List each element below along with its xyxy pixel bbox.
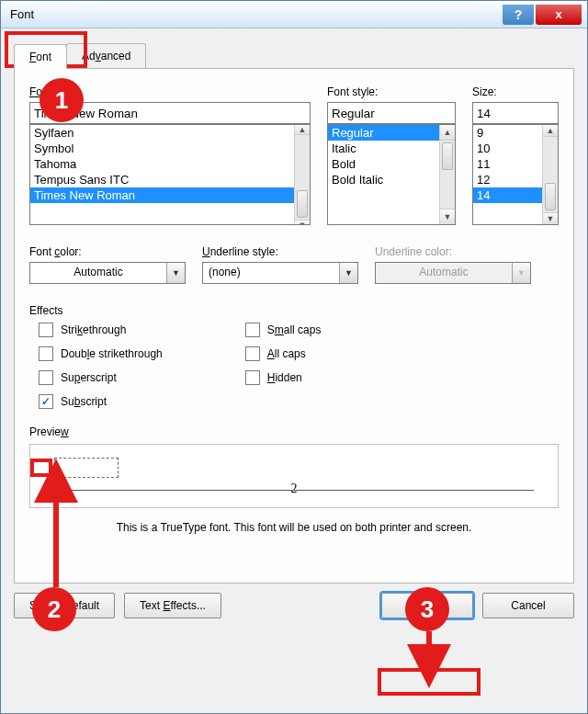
strikethrough-label: Strikethrough (61, 323, 126, 336)
list-item[interactable]: 12 (473, 172, 542, 187)
hidden-label: Hidden (267, 371, 302, 384)
superscript-label: Superscript (61, 371, 117, 384)
scroll-down-icon[interactable]: ▼ (440, 209, 455, 224)
list-item[interactable]: Times New Roman (30, 187, 294, 203)
all-caps-label: All caps (267, 347, 306, 360)
cancel-button[interactable]: Cancel (482, 593, 574, 618)
set-default-button[interactable]: Set As Default (14, 593, 115, 618)
list-item[interactable]: Sylfaen (30, 125, 294, 141)
scrollbar[interactable]: ▲ ▼ (439, 125, 455, 224)
checkbox-small-caps[interactable] (245, 323, 260, 337)
list-item[interactable]: 11 (473, 156, 542, 172)
list-item[interactable]: 9 (473, 125, 542, 141)
font-color-value: Automatic (30, 263, 166, 283)
underline-style-label: Underline style: (202, 245, 358, 258)
scroll-up-icon[interactable]: ▲ (440, 125, 455, 141)
help-button[interactable]: ? (503, 5, 534, 25)
titlebar: Font ? x (1, 1, 587, 28)
underline-color-label: Underline color: (375, 245, 531, 258)
close-button[interactable]: x (536, 5, 582, 25)
tab-advanced-label: Advanced (82, 50, 130, 62)
checkbox-double-strikethrough[interactable] (39, 346, 53, 361)
dialog-action-row: Set As Default Text Effects... OK Cancel (14, 593, 574, 618)
size-input[interactable] (472, 102, 559, 124)
list-item[interactable]: 10 (473, 141, 542, 156)
font-color-combo[interactable]: Automatic ▼ (29, 262, 186, 284)
checkbox-subscript[interactable]: ✓ (39, 394, 53, 409)
font-input[interactable] (29, 102, 311, 124)
tab-font-label: Font (29, 51, 51, 63)
annotation-box-3 (378, 668, 481, 696)
annotation-arrow-3 (418, 628, 446, 674)
checkbox-hidden[interactable] (245, 370, 260, 385)
tab-font[interactable]: Font (14, 44, 67, 69)
list-item[interactable]: Bold Italic (328, 172, 439, 187)
checkbox-superscript[interactable] (39, 370, 53, 385)
list-item[interactable]: Tempus Sans ITC (30, 172, 294, 187)
chevron-down-icon[interactable]: ▼ (166, 263, 185, 283)
font-color-label: Font color: (29, 245, 186, 258)
scrollbar[interactable]: ▲ ▼ (542, 125, 558, 224)
chevron-down-icon[interactable]: ▼ (339, 263, 357, 283)
scroll-up-icon[interactable]: ▲ (543, 125, 558, 137)
preview-box: 2 (29, 444, 559, 508)
style-label: Font style: (327, 85, 456, 98)
preview-label: Preview (29, 425, 559, 438)
tab-advanced[interactable]: Advanced (66, 43, 146, 68)
tab-strip: Font Advanced (14, 43, 574, 69)
checkbox-all-caps[interactable] (245, 346, 260, 361)
list-item[interactable]: 14 (473, 187, 542, 203)
subscript-label: Subscript (61, 395, 107, 408)
footnote: This is a TrueType font. This font will … (29, 521, 559, 534)
underline-style-combo[interactable]: (none) ▼ (202, 262, 358, 284)
list-item[interactable]: Tahoma (30, 156, 294, 172)
list-item[interactable]: Italic (328, 141, 439, 156)
scroll-down-icon[interactable]: ▼ (295, 220, 310, 225)
style-input[interactable] (327, 102, 456, 124)
effects-label: Effects (29, 304, 559, 317)
chevron-down-icon: ▼ (512, 263, 530, 283)
small-caps-label: Small caps (267, 323, 322, 336)
ok-button[interactable]: OK (381, 593, 473, 618)
list-item[interactable]: Symbol (30, 141, 294, 156)
text-effects-button[interactable]: Text Effects... (124, 593, 221, 618)
underline-color-combo: Automatic ▼ (375, 262, 531, 284)
font-dialog: Font ? x Font Advanced Font: Sylfaen (0, 0, 588, 714)
preview-sample: 2 (291, 482, 298, 496)
font-label: Font: (29, 85, 311, 98)
size-listbox[interactable]: 9 10 11 12 14 ▲ ▼ (472, 124, 559, 225)
list-item[interactable]: Bold (328, 156, 439, 172)
list-item[interactable]: Regular (328, 125, 439, 141)
style-listbox[interactable]: Regular Italic Bold Bold Italic ▲ ▼ (327, 124, 456, 225)
scrollbar[interactable]: ▲ ▼ (294, 125, 310, 224)
underline-style-value: (none) (203, 263, 339, 283)
scroll-down-icon[interactable]: ▼ (543, 212, 558, 224)
checkbox-strikethrough[interactable] (39, 323, 53, 337)
size-label: Size: (472, 85, 559, 98)
tab-content: Font: Sylfaen Symbol Tahoma Tempus Sans … (14, 69, 574, 584)
double-strike-label: Double strikethrough (61, 347, 163, 360)
dialog-title: Font (10, 7, 501, 21)
underline-color-value: Automatic (376, 263, 512, 283)
scroll-up-icon[interactable]: ▲ (295, 125, 310, 135)
font-listbox[interactable]: Sylfaen Symbol Tahoma Tempus Sans ITC Ti… (29, 124, 311, 225)
